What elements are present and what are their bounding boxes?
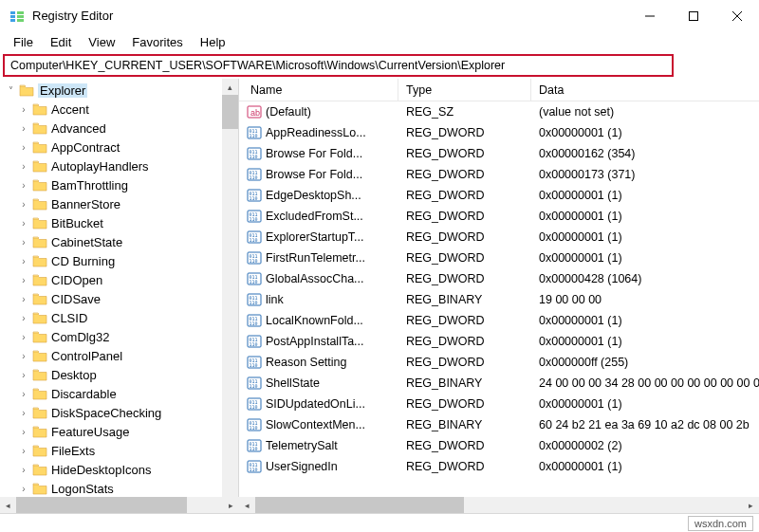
column-name[interactable]: Name — [239, 79, 398, 101]
expand-icon[interactable]: › — [19, 370, 28, 380]
expand-icon[interactable]: › — [19, 351, 28, 361]
list-row[interactable]: 011110ExplorerStartupT...REG_DWORD0x0000… — [239, 227, 759, 248]
hscroll-thumb[interactable] — [16, 497, 187, 513]
address-bar[interactable]: Computer\HKEY_CURRENT_USER\SOFTWARE\Micr… — [3, 54, 674, 77]
menu-edit[interactable]: Edit — [43, 33, 79, 51]
tree-item[interactable]: ˅Explorer — [0, 81, 238, 100]
value-type: REG_DWORD — [398, 460, 531, 473]
tree-view[interactable]: ˅Explorer›Accent›Advanced›AppContract›Au… — [0, 79, 239, 515]
list-row[interactable]: 011110linkREG_BINARY19 00 00 00 — [239, 289, 759, 310]
scroll-left-icon[interactable]: ◂ — [239, 497, 255, 513]
expand-icon[interactable]: › — [19, 465, 28, 475]
string-value-icon: ab — [247, 104, 262, 119]
tree-item[interactable]: ›Discardable — [0, 384, 238, 403]
expand-icon[interactable]: › — [19, 408, 28, 418]
tree-item[interactable]: ›LogonStats — [0, 479, 238, 498]
menu-file[interactable]: File — [6, 33, 41, 51]
tree-scrollbar[interactable]: ▴ ▾ — [222, 79, 238, 515]
expand-icon[interactable]: › — [19, 389, 28, 399]
expand-icon[interactable]: › — [19, 484, 28, 494]
list-row[interactable]: 011110LocalKnownFold...REG_DWORD0x000000… — [239, 310, 759, 331]
value-data: 0x00000162 (354) — [531, 147, 759, 160]
list-row[interactable]: 011110ShellStateREG_BINARY24 00 00 00 34… — [239, 373, 759, 394]
tree-item[interactable]: ›HideDesktopIcons — [0, 460, 238, 479]
list-row[interactable]: 011110Browse For Fold...REG_DWORD0x00000… — [239, 164, 759, 185]
tree-hscroll[interactable]: ◂ ▸ — [0, 497, 239, 513]
expand-icon[interactable]: › — [19, 256, 28, 266]
expand-icon[interactable]: › — [19, 123, 28, 134]
maximize-button[interactable] — [672, 0, 715, 31]
tree-item[interactable]: ›CIDOpen — [0, 270, 238, 289]
list-row[interactable]: 011110FirstRunTelemetr...REG_DWORD0x0000… — [239, 248, 759, 268]
tree-item[interactable]: ›FileExts — [0, 441, 238, 460]
tree-item[interactable]: ›CD Burning — [0, 251, 238, 270]
menu-favorites[interactable]: Favorites — [124, 33, 190, 51]
value-type: REG_BINARY — [398, 293, 531, 306]
list-row[interactable]: 011110TelemetrySaltREG_DWORD0x00000002 (… — [239, 435, 759, 456]
tree-item[interactable]: ›BitBucket — [0, 213, 238, 232]
list-row[interactable]: 011110Reason SettingREG_DWORD0x000000ff … — [239, 352, 759, 373]
expand-icon[interactable]: › — [19, 332, 28, 342]
tree-item[interactable]: ›DiskSpaceChecking — [0, 403, 238, 422]
tree-item[interactable]: ›Accent — [0, 100, 238, 119]
scroll-left-icon[interactable]: ◂ — [0, 497, 16, 513]
tree-item-label: ControlPanel — [51, 349, 122, 363]
menu-view[interactable]: View — [81, 33, 122, 51]
tree-item[interactable]: ›Advanced — [0, 119, 238, 138]
minimize-button[interactable] — [628, 0, 672, 31]
list-row[interactable]: 011110Browse For Fold...REG_DWORD0x00000… — [239, 143, 759, 164]
expand-icon[interactable]: › — [19, 104, 28, 115]
expand-icon[interactable]: › — [19, 180, 28, 191]
value-name: Browse For Fold... — [266, 168, 362, 181]
list-row[interactable]: 011110SlowContextMen...REG_BINARY60 24 b… — [239, 414, 759, 435]
list-hscroll[interactable]: ◂ ▸ — [239, 497, 759, 513]
list-row[interactable]: 011110PostAppInstallTa...REG_DWORD0x0000… — [239, 331, 759, 352]
expand-icon[interactable]: › — [19, 218, 28, 229]
scroll-thumb[interactable] — [222, 95, 238, 129]
scroll-right-icon[interactable]: ▸ — [223, 497, 239, 513]
tree-item[interactable]: ›ComDlg32 — [0, 327, 238, 346]
expand-icon[interactable]: › — [19, 237, 28, 248]
expand-icon[interactable]: › — [19, 161, 28, 172]
list-row[interactable]: 011110UserSignedInREG_DWORD0x00000001 (1… — [239, 456, 759, 477]
value-data: 60 24 b2 21 ea 3a 69 10 a2 dc 08 00 2b — [531, 418, 759, 431]
expand-icon[interactable]: › — [19, 313, 28, 323]
tree-item[interactable]: ›Desktop — [0, 365, 238, 384]
list-row[interactable]: 011110ExcludedFromSt...REG_DWORD0x000000… — [239, 206, 759, 227]
expand-icon[interactable]: › — [19, 142, 28, 153]
tree-item-label: CD Burning — [51, 254, 115, 268]
tree-item[interactable]: ›CLSID — [0, 308, 238, 327]
list-row[interactable]: ab(Default)REG_SZ(value not set) — [239, 101, 759, 122]
scroll-up-icon[interactable]: ▴ — [222, 79, 238, 95]
expand-icon[interactable]: › — [19, 446, 28, 456]
menu-help[interactable]: Help — [193, 33, 233, 51]
expand-icon[interactable]: › — [19, 294, 28, 304]
tree-item[interactable]: ›FeatureUsage — [0, 422, 238, 441]
tree-item-label: LogonStats — [51, 482, 114, 496]
tree-item[interactable]: ›AutoplayHandlers — [0, 156, 238, 175]
expand-icon[interactable]: › — [19, 427, 28, 437]
column-data[interactable]: Data — [531, 79, 759, 101]
svg-text:110: 110 — [250, 195, 258, 201]
tree-item[interactable]: ›CabinetState — [0, 232, 238, 251]
list-view[interactable]: Name Type Data ab(Default)REG_SZ(value n… — [239, 79, 759, 515]
tree-item[interactable]: ›AppContract — [0, 138, 238, 156]
tree-item[interactable]: ›CIDSave — [0, 289, 238, 308]
list-row[interactable]: 011110GlobalAssocCha...REG_DWORD0x000004… — [239, 268, 759, 289]
expand-icon[interactable]: › — [19, 275, 28, 285]
column-type[interactable]: Type — [398, 79, 531, 101]
svg-text:110: 110 — [250, 154, 258, 159]
expand-icon[interactable]: ˅ — [6, 85, 15, 96]
expand-icon[interactable]: › — [19, 199, 28, 210]
tree-item[interactable]: ›BamThrottling — [0, 175, 238, 194]
close-button[interactable] — [715, 0, 759, 31]
tree-item[interactable]: ›BannerStore — [0, 194, 238, 213]
hscroll-thumb[interactable] — [255, 497, 464, 513]
svg-text:110: 110 — [250, 258, 258, 264]
tree-item[interactable]: ›ControlPanel — [0, 346, 238, 365]
list-row[interactable]: 011110EdgeDesktopSh...REG_DWORD0x0000000… — [239, 185, 759, 206]
scroll-right-icon[interactable]: ▸ — [743, 497, 759, 513]
binary-value-icon: 011110 — [247, 188, 262, 203]
list-row[interactable]: 011110SIDUpdatedOnLi...REG_DWORD0x000000… — [239, 394, 759, 414]
list-row[interactable]: 011110AppReadinessLo...REG_DWORD0x000000… — [239, 122, 759, 143]
